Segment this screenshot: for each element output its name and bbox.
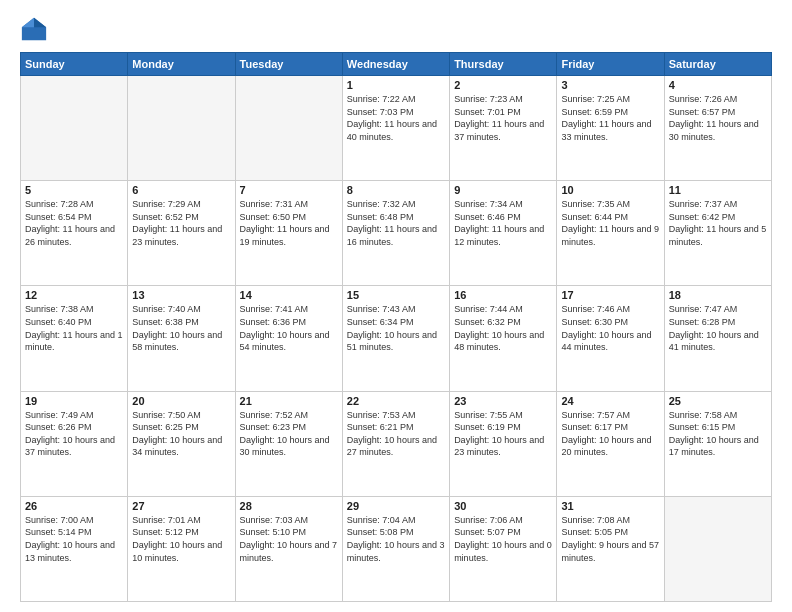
day-info: Sunrise: 7:44 AM Sunset: 6:32 PM Dayligh… <box>454 303 552 353</box>
day-cell: 29Sunrise: 7:04 AM Sunset: 5:08 PM Dayli… <box>342 496 449 601</box>
day-info: Sunrise: 7:06 AM Sunset: 5:07 PM Dayligh… <box>454 514 552 564</box>
day-cell: 22Sunrise: 7:53 AM Sunset: 6:21 PM Dayli… <box>342 391 449 496</box>
day-cell: 15Sunrise: 7:43 AM Sunset: 6:34 PM Dayli… <box>342 286 449 391</box>
weekday-header-friday: Friday <box>557 53 664 76</box>
day-number: 10 <box>561 184 659 196</box>
day-info: Sunrise: 7:49 AM Sunset: 6:26 PM Dayligh… <box>25 409 123 459</box>
day-cell: 10Sunrise: 7:35 AM Sunset: 6:44 PM Dayli… <box>557 181 664 286</box>
day-info: Sunrise: 7:34 AM Sunset: 6:46 PM Dayligh… <box>454 198 552 248</box>
day-cell: 23Sunrise: 7:55 AM Sunset: 6:19 PM Dayli… <box>450 391 557 496</box>
day-cell: 31Sunrise: 7:08 AM Sunset: 5:05 PM Dayli… <box>557 496 664 601</box>
day-number: 5 <box>25 184 123 196</box>
day-info: Sunrise: 7:46 AM Sunset: 6:30 PM Dayligh… <box>561 303 659 353</box>
logo-icon <box>20 16 48 44</box>
day-cell: 3Sunrise: 7:25 AM Sunset: 6:59 PM Daylig… <box>557 76 664 181</box>
day-number: 24 <box>561 395 659 407</box>
day-number: 28 <box>240 500 338 512</box>
day-number: 21 <box>240 395 338 407</box>
day-cell <box>21 76 128 181</box>
day-cell: 26Sunrise: 7:00 AM Sunset: 5:14 PM Dayli… <box>21 496 128 601</box>
weekday-header-row: SundayMondayTuesdayWednesdayThursdayFrid… <box>21 53 772 76</box>
day-info: Sunrise: 7:28 AM Sunset: 6:54 PM Dayligh… <box>25 198 123 248</box>
week-row-4: 19Sunrise: 7:49 AM Sunset: 6:26 PM Dayli… <box>21 391 772 496</box>
day-number: 12 <box>25 289 123 301</box>
day-cell: 13Sunrise: 7:40 AM Sunset: 6:38 PM Dayli… <box>128 286 235 391</box>
day-info: Sunrise: 7:01 AM Sunset: 5:12 PM Dayligh… <box>132 514 230 564</box>
day-info: Sunrise: 7:41 AM Sunset: 6:36 PM Dayligh… <box>240 303 338 353</box>
day-cell: 1Sunrise: 7:22 AM Sunset: 7:03 PM Daylig… <box>342 76 449 181</box>
day-cell <box>235 76 342 181</box>
day-cell <box>128 76 235 181</box>
day-cell: 9Sunrise: 7:34 AM Sunset: 6:46 PM Daylig… <box>450 181 557 286</box>
day-info: Sunrise: 7:26 AM Sunset: 6:57 PM Dayligh… <box>669 93 767 143</box>
day-info: Sunrise: 7:00 AM Sunset: 5:14 PM Dayligh… <box>25 514 123 564</box>
day-info: Sunrise: 7:40 AM Sunset: 6:38 PM Dayligh… <box>132 303 230 353</box>
day-info: Sunrise: 7:25 AM Sunset: 6:59 PM Dayligh… <box>561 93 659 143</box>
day-cell: 7Sunrise: 7:31 AM Sunset: 6:50 PM Daylig… <box>235 181 342 286</box>
day-number: 2 <box>454 79 552 91</box>
header <box>20 16 772 44</box>
day-info: Sunrise: 7:32 AM Sunset: 6:48 PM Dayligh… <box>347 198 445 248</box>
day-cell: 19Sunrise: 7:49 AM Sunset: 6:26 PM Dayli… <box>21 391 128 496</box>
week-row-1: 1Sunrise: 7:22 AM Sunset: 7:03 PM Daylig… <box>21 76 772 181</box>
day-cell: 8Sunrise: 7:32 AM Sunset: 6:48 PM Daylig… <box>342 181 449 286</box>
day-number: 1 <box>347 79 445 91</box>
day-cell: 24Sunrise: 7:57 AM Sunset: 6:17 PM Dayli… <box>557 391 664 496</box>
day-cell: 5Sunrise: 7:28 AM Sunset: 6:54 PM Daylig… <box>21 181 128 286</box>
day-cell: 21Sunrise: 7:52 AM Sunset: 6:23 PM Dayli… <box>235 391 342 496</box>
logo <box>20 16 52 44</box>
day-cell: 20Sunrise: 7:50 AM Sunset: 6:25 PM Dayli… <box>128 391 235 496</box>
day-number: 22 <box>347 395 445 407</box>
day-number: 18 <box>669 289 767 301</box>
week-row-5: 26Sunrise: 7:00 AM Sunset: 5:14 PM Dayli… <box>21 496 772 601</box>
weekday-header-thursday: Thursday <box>450 53 557 76</box>
day-info: Sunrise: 7:37 AM Sunset: 6:42 PM Dayligh… <box>669 198 767 248</box>
day-cell: 14Sunrise: 7:41 AM Sunset: 6:36 PM Dayli… <box>235 286 342 391</box>
day-number: 14 <box>240 289 338 301</box>
week-row-2: 5Sunrise: 7:28 AM Sunset: 6:54 PM Daylig… <box>21 181 772 286</box>
day-number: 8 <box>347 184 445 196</box>
day-info: Sunrise: 7:04 AM Sunset: 5:08 PM Dayligh… <box>347 514 445 564</box>
day-number: 7 <box>240 184 338 196</box>
day-info: Sunrise: 7:08 AM Sunset: 5:05 PM Dayligh… <box>561 514 659 564</box>
day-cell: 2Sunrise: 7:23 AM Sunset: 7:01 PM Daylig… <box>450 76 557 181</box>
day-cell: 6Sunrise: 7:29 AM Sunset: 6:52 PM Daylig… <box>128 181 235 286</box>
day-number: 13 <box>132 289 230 301</box>
day-cell: 30Sunrise: 7:06 AM Sunset: 5:07 PM Dayli… <box>450 496 557 601</box>
calendar-table: SundayMondayTuesdayWednesdayThursdayFrid… <box>20 52 772 602</box>
day-cell: 11Sunrise: 7:37 AM Sunset: 6:42 PM Dayli… <box>664 181 771 286</box>
day-info: Sunrise: 7:58 AM Sunset: 6:15 PM Dayligh… <box>669 409 767 459</box>
day-cell: 27Sunrise: 7:01 AM Sunset: 5:12 PM Dayli… <box>128 496 235 601</box>
day-cell: 28Sunrise: 7:03 AM Sunset: 5:10 PM Dayli… <box>235 496 342 601</box>
day-number: 9 <box>454 184 552 196</box>
weekday-header-monday: Monday <box>128 53 235 76</box>
day-number: 27 <box>132 500 230 512</box>
day-number: 11 <box>669 184 767 196</box>
day-number: 23 <box>454 395 552 407</box>
day-info: Sunrise: 7:53 AM Sunset: 6:21 PM Dayligh… <box>347 409 445 459</box>
weekday-header-wednesday: Wednesday <box>342 53 449 76</box>
day-number: 31 <box>561 500 659 512</box>
day-info: Sunrise: 7:57 AM Sunset: 6:17 PM Dayligh… <box>561 409 659 459</box>
day-number: 4 <box>669 79 767 91</box>
day-number: 3 <box>561 79 659 91</box>
weekday-header-tuesday: Tuesday <box>235 53 342 76</box>
day-info: Sunrise: 7:23 AM Sunset: 7:01 PM Dayligh… <box>454 93 552 143</box>
day-info: Sunrise: 7:38 AM Sunset: 6:40 PM Dayligh… <box>25 303 123 353</box>
week-row-3: 12Sunrise: 7:38 AM Sunset: 6:40 PM Dayli… <box>21 286 772 391</box>
weekday-header-sunday: Sunday <box>21 53 128 76</box>
day-number: 17 <box>561 289 659 301</box>
day-cell: 16Sunrise: 7:44 AM Sunset: 6:32 PM Dayli… <box>450 286 557 391</box>
day-number: 16 <box>454 289 552 301</box>
day-number: 25 <box>669 395 767 407</box>
day-number: 19 <box>25 395 123 407</box>
day-cell: 4Sunrise: 7:26 AM Sunset: 6:57 PM Daylig… <box>664 76 771 181</box>
weekday-header-saturday: Saturday <box>664 53 771 76</box>
day-info: Sunrise: 7:22 AM Sunset: 7:03 PM Dayligh… <box>347 93 445 143</box>
day-cell: 17Sunrise: 7:46 AM Sunset: 6:30 PM Dayli… <box>557 286 664 391</box>
day-number: 29 <box>347 500 445 512</box>
day-cell <box>664 496 771 601</box>
day-number: 20 <box>132 395 230 407</box>
day-number: 26 <box>25 500 123 512</box>
day-info: Sunrise: 7:03 AM Sunset: 5:10 PM Dayligh… <box>240 514 338 564</box>
